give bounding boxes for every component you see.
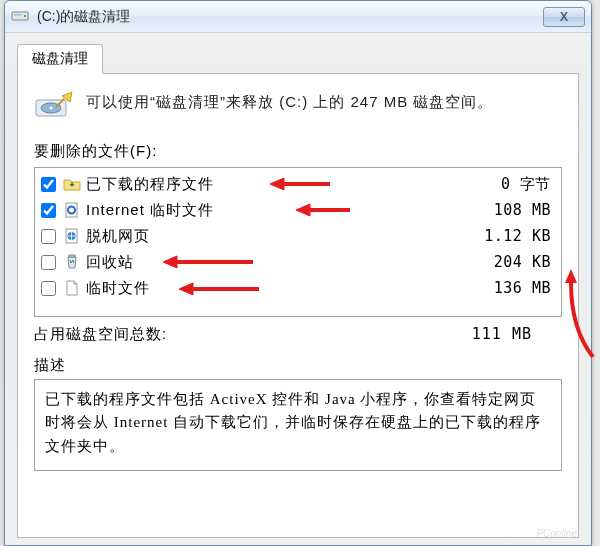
- dialog-window: (C:)的磁盘清理 X 磁盘清理 可以使用“磁盘清理”来释放 (C:) 上的 2…: [4, 0, 592, 546]
- description-text: 已下载的程序文件包括 ActiveX 控件和 Java 小程序，你查看特定网页时…: [45, 391, 541, 454]
- page-blank-icon: [62, 280, 82, 296]
- svg-point-2: [24, 15, 26, 17]
- close-icon: X: [560, 10, 568, 24]
- item-name: 回收站: [86, 253, 463, 272]
- tab-disk-cleanup[interactable]: 磁盘清理: [17, 44, 103, 74]
- item-name: 脱机网页: [86, 227, 463, 246]
- item-size: 1.12 KB: [463, 227, 555, 245]
- folder-download-icon: [62, 176, 82, 192]
- disk-cleanup-icon: [34, 90, 74, 124]
- item-size: 136 MB: [463, 279, 555, 297]
- svg-point-5: [50, 107, 53, 110]
- close-button[interactable]: X: [543, 7, 585, 27]
- list-item[interactable]: 已下载的程序文件 0 字节: [39, 171, 557, 197]
- item-checkbox[interactable]: [41, 229, 56, 244]
- item-checkbox[interactable]: [41, 177, 56, 192]
- total-row: 占用磁盘空间总数: 111 MB: [34, 325, 562, 344]
- drive-icon: [11, 7, 29, 26]
- globe-page-icon: [62, 228, 82, 244]
- files-section-label: 要删除的文件(F):: [34, 142, 562, 161]
- recycle-bin-icon: [62, 254, 82, 270]
- item-size: 204 KB: [463, 253, 555, 271]
- item-size: 108 MB: [463, 201, 555, 219]
- list-item[interactable]: 脱机网页 1.12 KB: [39, 223, 557, 249]
- svg-rect-1: [14, 14, 22, 16]
- titlebar[interactable]: (C:)的磁盘清理 X: [5, 1, 591, 33]
- intro-section: 可以使用“磁盘清理”来释放 (C:) 上的 247 MB 磁盘空间。: [34, 90, 562, 124]
- main-panel: 可以使用“磁盘清理”来释放 (C:) 上的 247 MB 磁盘空间。 要删除的文…: [17, 74, 579, 538]
- item-name: 已下载的程序文件: [86, 175, 463, 194]
- total-value: 111 MB: [472, 325, 562, 344]
- intro-text: 可以使用“磁盘清理”来释放 (C:) 上的 247 MB 磁盘空间。: [86, 90, 562, 113]
- description-label: 描述: [34, 356, 562, 375]
- page-ie-icon: [62, 202, 82, 218]
- description-box: 已下载的程序文件包括 ActiveX 控件和 Java 小程序，你查看特定网页时…: [34, 379, 562, 471]
- list-item[interactable]: 临时文件 136 MB: [39, 275, 557, 301]
- item-checkbox[interactable]: [41, 255, 56, 270]
- item-size: 0 字节: [463, 175, 555, 194]
- tab-strip: 磁盘清理: [17, 43, 579, 74]
- file-list[interactable]: 已下载的程序文件 0 字节 Internet 临时文件 108 MB: [34, 167, 562, 317]
- item-checkbox[interactable]: [41, 203, 56, 218]
- item-name: 临时文件: [86, 279, 463, 298]
- total-label: 占用磁盘空间总数:: [34, 325, 472, 344]
- list-item[interactable]: Internet 临时文件 108 MB: [39, 197, 557, 223]
- watermark: PConline: [536, 528, 577, 539]
- item-name: Internet 临时文件: [86, 201, 463, 220]
- list-item[interactable]: 回收站 204 KB: [39, 249, 557, 275]
- svg-rect-11: [69, 255, 75, 257]
- window-title: (C:)的磁盘清理: [37, 8, 543, 26]
- item-checkbox[interactable]: [41, 281, 56, 296]
